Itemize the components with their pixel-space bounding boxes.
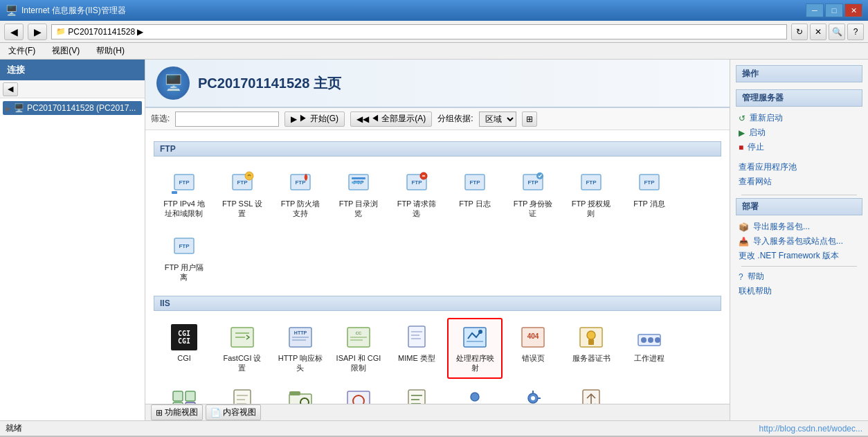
import-server-action[interactable]: 📥 导入服务器包或站点包... xyxy=(736,234,862,249)
restart-icon: ↺ xyxy=(739,114,745,123)
ftp-msg-item[interactable]: FTP FTP 消息 xyxy=(622,163,677,224)
search-button[interactable]: 🔍 xyxy=(829,24,845,40)
req-filter-item[interactable]: 请求筛选 xyxy=(331,382,386,404)
address-bar-input[interactable]: 📁 PC201701141528 ▶ xyxy=(51,24,787,39)
iis-section-header: IIS xyxy=(154,296,721,311)
ftp-auth-item[interactable]: FTP FTP 身份验证 xyxy=(505,163,561,224)
view-mode-button[interactable]: ⊞ xyxy=(522,112,537,127)
svg-rect-38 xyxy=(408,326,425,347)
logging-item[interactable]: 日志 xyxy=(389,382,444,404)
server-cert-item[interactable]: 服务器证书 xyxy=(563,318,619,379)
ftp-user-item[interactable]: FTP FTP 用户隔离 xyxy=(156,227,212,288)
sidebar-item-server[interactable]: ▶ 🖥️ PC201701141528 (PC2017... xyxy=(3,101,142,115)
fastcgi-item[interactable]: FastCGI 设置 xyxy=(215,318,270,379)
svg-rect-57 xyxy=(186,402,195,404)
view-pool-action[interactable]: 查看应用程序池 xyxy=(736,160,862,175)
handler-item[interactable]: 处理程序映射 xyxy=(447,318,503,379)
operations-section: 操作 管理服务器 ↺ 重新启动 ▶ 启动 ■ 停止 查看应用程序池 xyxy=(730,60,868,304)
ftp-firewall-item[interactable]: FTP FTP 防火墙支持 xyxy=(273,163,328,224)
online-help-action[interactable]: 联机帮助 xyxy=(736,284,862,298)
page-header: 🖥️ PC201701141528 主页 xyxy=(145,60,730,108)
ftp-log-item[interactable]: FTP FTP 日志 xyxy=(447,163,503,224)
ftp-request-item[interactable]: FTP FTP 请求筛选 xyxy=(389,163,444,224)
help-action[interactable]: ? 帮助 xyxy=(736,269,862,284)
dir-browse-item[interactable]: 目录浏览 xyxy=(273,382,328,404)
output-cache-item[interactable]: 输出缓存 xyxy=(505,382,561,404)
show-all-button[interactable]: ◀◀ ◀ 全部显示(A) xyxy=(350,112,432,127)
group-select[interactable]: 区域 xyxy=(479,112,516,127)
error-item[interactable]: 404 错误页 xyxy=(505,318,561,379)
stop-nav-button[interactable]: ✕ xyxy=(810,24,826,40)
import-icon: 📥 xyxy=(739,237,749,247)
sidebar-back-button[interactable]: ◀ xyxy=(3,82,18,96)
svg-point-75 xyxy=(531,396,535,400)
ftp-auth2-item[interactable]: FTP FTP 授权规则 xyxy=(563,163,619,224)
help-button[interactable]: ? xyxy=(847,24,864,40)
isapi-item[interactable]: CC ISAPI 和 CGI限制 xyxy=(331,318,386,379)
http-header-item[interactable]: HTTP HTTP 响应标头 xyxy=(273,318,328,379)
feature-view-tab[interactable]: ⊞ 功能视图 xyxy=(151,404,203,420)
maximize-button[interactable]: □ xyxy=(825,3,843,17)
svg-rect-58 xyxy=(234,390,251,404)
export-server-action[interactable]: 📦 导出服务器包... xyxy=(736,220,862,234)
svg-text:FTP: FTP xyxy=(179,243,190,249)
worker-item[interactable]: 工作进程 xyxy=(622,318,677,379)
change-net-action[interactable]: 更改 .NET Framework 版本 xyxy=(736,249,862,263)
svg-text:FTP: FTP xyxy=(527,179,539,186)
forward-button[interactable]: ▶ xyxy=(28,24,47,40)
export-icon: 📦 xyxy=(739,222,749,232)
manage-server-header: 管理服务器 xyxy=(736,89,862,107)
divider-2 xyxy=(741,266,857,267)
start-action[interactable]: ▶ 启动 xyxy=(736,125,862,140)
page-title: PC201701141528 主页 xyxy=(198,74,341,93)
svg-point-51 xyxy=(641,337,647,343)
svg-point-48 xyxy=(587,331,595,339)
status-bar: 就绪 http://blog.csdn.net/wodec... xyxy=(0,420,868,436)
divider-1 xyxy=(741,195,857,195)
mime-item[interactable]: MIME 类型 xyxy=(389,318,444,379)
view-site-action[interactable]: 查看网站 xyxy=(736,175,862,189)
svg-rect-55 xyxy=(186,391,195,401)
show-all-icon: ◀◀ xyxy=(356,114,369,124)
svg-text:FTP: FTP xyxy=(179,179,190,186)
minimize-button[interactable]: ─ xyxy=(806,3,824,17)
start-button[interactable]: ▶ ▶ 开始(G) xyxy=(284,112,345,127)
svg-rect-49 xyxy=(588,339,594,345)
svg-text:FTP: FTP xyxy=(469,179,480,186)
address-bar: ◀ ▶ 📁 PC201701141528 ▶ ↻ ✕ 🔍 ? xyxy=(0,21,868,43)
default-doc-item[interactable]: 默认文档 xyxy=(215,382,270,404)
menu-file[interactable]: 文件(F) xyxy=(6,44,38,58)
ftp-browse-item[interactable]: FTP FTP 目录浏览 xyxy=(331,163,386,224)
compress-item[interactable]: 压缩 xyxy=(563,382,619,404)
svg-rect-56 xyxy=(173,402,183,404)
close-button[interactable]: ✕ xyxy=(844,3,862,17)
bottom-bar: ⊞ 功能视图 📄 内容视图 xyxy=(145,404,730,420)
svg-rect-2 xyxy=(172,191,177,194)
svg-rect-10 xyxy=(352,177,365,179)
svg-text:FTP: FTP xyxy=(295,179,306,186)
cgi-item[interactable]: CGICGI CGI xyxy=(156,318,212,379)
content-view-tab[interactable]: 📄 内容视图 xyxy=(206,404,261,420)
sidebar-tree: ▶ 🖥️ PC201701141528 (PC2017... xyxy=(0,98,145,420)
auth-item[interactable]: 身份验证 xyxy=(447,382,503,404)
back-button[interactable]: ◀ xyxy=(4,24,24,40)
module-item[interactable]: 模块 xyxy=(156,382,212,404)
filter-input[interactable] xyxy=(175,112,279,127)
page-header-icon: 🖥️ xyxy=(156,66,190,100)
refresh-button[interactable]: ↻ xyxy=(791,24,808,40)
right-panel: 操作 管理服务器 ↺ 重新启动 ▶ 启动 ■ 停止 查看应用程序池 xyxy=(730,60,868,420)
title-text: Internet 信息服务(IIS)管理器 xyxy=(21,5,126,17)
help-icon: ? xyxy=(739,272,743,282)
menu-view[interactable]: 视图(V) xyxy=(49,44,82,58)
ftp-ssl-item[interactable]: FTP FTP SSL 设置 xyxy=(215,163,270,224)
svg-text:FTP: FTP xyxy=(644,179,655,186)
filter-bar: 筛选: ▶ ▶ 开始(G) ◀◀ ◀ 全部显示(A) 分组依据: 区域 ⊞ xyxy=(145,108,730,130)
stop-action[interactable]: ■ 停止 xyxy=(736,140,862,154)
svg-point-53 xyxy=(655,337,660,343)
stop-icon: ■ xyxy=(739,143,743,152)
restart-action[interactable]: ↺ 重新启动 xyxy=(736,111,862,125)
operations-header: 操作 xyxy=(736,65,862,82)
svg-rect-11 xyxy=(352,181,363,184)
menu-help[interactable]: 帮助(H) xyxy=(93,44,127,58)
ftp-ipv4-item[interactable]: FTP FTP IPv4 地址和域限制 xyxy=(156,163,212,224)
